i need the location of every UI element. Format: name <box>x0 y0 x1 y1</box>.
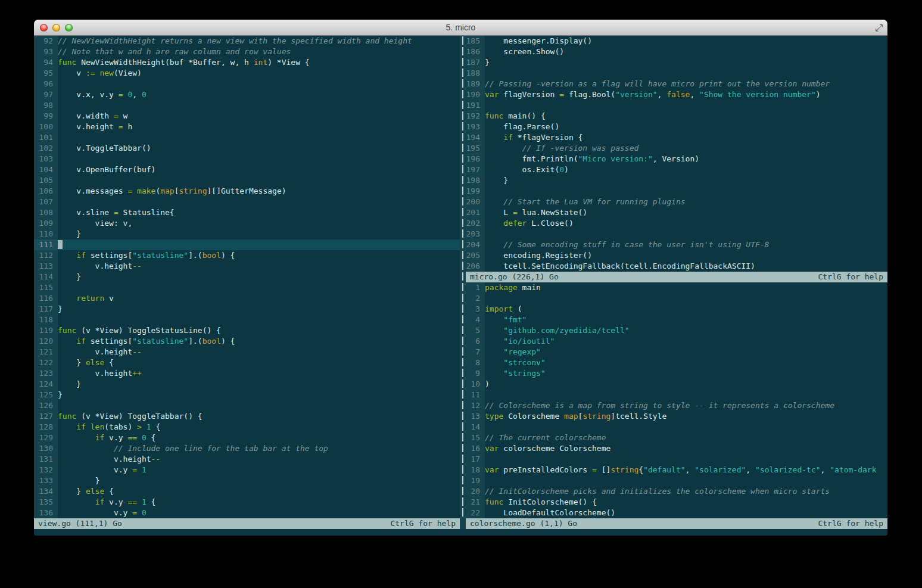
code-line[interactable]: 126 <box>34 400 460 411</box>
code-line[interactable]: 135 if v.y == 1 { <box>34 497 460 508</box>
code-line[interactable]: 128 if len(tabs) > 1 { <box>34 422 460 433</box>
code-line[interactable]: 185 messenger.Display() <box>466 36 887 46</box>
code-line[interactable]: 97 v.x, v.y = 0, 0 <box>34 89 460 100</box>
code-line[interactable]: 190var flagVersion = flag.Bool("version"… <box>466 89 887 100</box>
code-line[interactable]: 20// InitColorscheme picks and initializ… <box>466 486 887 497</box>
code-line[interactable]: 196 fmt.Println("Micro version:", Versio… <box>466 154 887 164</box>
code-line[interactable]: 202 defer L.Close() <box>466 218 887 229</box>
code-line[interactable]: 133 } <box>34 475 460 486</box>
code-line[interactable]: 114 } <box>34 272 460 282</box>
code-line[interactable]: 101 <box>34 132 460 143</box>
code-line[interactable]: 99 v.width = w <box>34 111 460 122</box>
code-line[interactable]: 16var colorscheme Colorscheme <box>466 443 887 454</box>
code-line[interactable]: 7 "regexp" <box>466 347 887 357</box>
code-line[interactable]: 17 <box>466 454 887 465</box>
code-text <box>58 315 460 325</box>
code-line[interactable]: 187} <box>466 57 887 68</box>
code-line[interactable]: 121 v.height-- <box>34 347 460 357</box>
code-line[interactable]: 193 flag.Parse() <box>466 122 887 132</box>
code-line[interactable]: 113 v.height-- <box>34 261 460 272</box>
code-line[interactable]: 112 if settings["statusline"].(bool) { <box>34 250 460 261</box>
line-number: 8 <box>466 357 485 368</box>
code-line[interactable]: 119func (v *View) ToggleStatusLine() { <box>34 325 460 336</box>
code-line[interactable]: 13type Colorscheme map[string]tcell.Styl… <box>466 411 887 422</box>
code-line[interactable]: 186 screen.Show() <box>466 46 887 57</box>
line-number: 130 <box>34 443 58 454</box>
code-line[interactable]: 4 "fmt" <box>466 315 887 325</box>
code-line[interactable]: 108 v.sline = Statusline{ <box>34 207 460 218</box>
code-line[interactable]: 21func InitColorscheme() { <box>466 497 887 508</box>
code-line[interactable]: 200 // Start the Lua VM for running plug… <box>466 197 887 207</box>
code-text: } <box>485 175 887 186</box>
code-line[interactable]: 5 "github.com/zyedidia/tcell" <box>466 325 887 336</box>
code-line[interactable]: 122 } else { <box>34 357 460 368</box>
code-line[interactable]: 98 <box>34 100 460 111</box>
code-line[interactable]: 125} <box>34 390 460 400</box>
code-line[interactable]: 12// Colorscheme is a map from string to… <box>466 400 887 411</box>
code-line[interactable]: 18var preInstalledColors = []string{"def… <box>466 465 887 475</box>
code-line[interactable]: 1package main <box>466 282 887 293</box>
code-line[interactable]: 124 } <box>34 379 460 390</box>
code-line[interactable]: 131 v.height-- <box>34 454 460 465</box>
code-line[interactable]: 100 v.height = h <box>34 122 460 132</box>
code-text: fmt.Println("Micro version:", Version) <box>485 154 887 164</box>
code-line[interactable]: 199 <box>466 186 887 197</box>
code-line[interactable]: 105 <box>34 175 460 186</box>
code-line[interactable]: 205 encoding.Register() <box>466 250 887 261</box>
code-line[interactable]: 206 tcell.SetEncodingFallback(tcell.Enco… <box>466 261 887 272</box>
code-line[interactable]: 111 <box>34 239 460 250</box>
code-line[interactable]: 6 "io/ioutil" <box>466 336 887 347</box>
code-line[interactable]: 8 "strconv" <box>466 357 887 368</box>
code-line[interactable]: 10) <box>466 379 887 390</box>
code-line[interactable]: 188 <box>466 68 887 79</box>
code-line[interactable]: 123 v.height++ <box>34 368 460 379</box>
code-line[interactable]: 127func (v *View) ToggleTabbar() { <box>34 411 460 422</box>
code-line[interactable]: 2 <box>466 293 887 304</box>
code-line[interactable]: 103 <box>34 154 460 164</box>
line-number: 202 <box>466 218 485 229</box>
code-line[interactable]: 189// Passing -version as a flag will ha… <box>466 79 887 89</box>
code-line[interactable]: 22 LoadDefaultColorscheme() <box>466 508 887 518</box>
code-line[interactable]: 3import ( <box>466 304 887 315</box>
code-line[interactable]: 191 <box>466 100 887 111</box>
code-line[interactable]: 201 L = lua.NewState() <box>466 207 887 218</box>
code-line[interactable]: 192func main() { <box>466 111 887 122</box>
code-line[interactable]: 194 if *flagVersion { <box>466 132 887 143</box>
code-line[interactable]: 203 <box>466 229 887 239</box>
code-text <box>485 390 887 400</box>
code-line[interactable]: 197 os.Exit(0) <box>466 164 887 175</box>
code-line[interactable]: 120 if settings["statusline"].(bool) { <box>34 336 460 347</box>
code-line[interactable]: 118 <box>34 315 460 325</box>
code-line[interactable]: 204 // Some encoding stuff in case the u… <box>466 239 887 250</box>
code-line[interactable]: 195 // If -version was passed <box>466 143 887 154</box>
code-line[interactable]: 15// The current colorscheme <box>466 433 887 443</box>
code-line[interactable]: 110 } <box>34 229 460 239</box>
code-line[interactable]: 93// Note that w and h are raw column an… <box>34 46 460 57</box>
code-line[interactable]: 14 <box>466 422 887 433</box>
code-line[interactable]: 92// NewViewWidthHeight returns a new vi… <box>34 36 460 46</box>
line-number: 101 <box>34 132 58 143</box>
code-line[interactable]: 95 v := new(View) <box>34 68 460 79</box>
code-line[interactable]: 106 v.messages = make(map[string][]Gutte… <box>34 186 460 197</box>
code-line[interactable]: 198 } <box>466 175 887 186</box>
code-line[interactable]: 132 v.y = 1 <box>34 465 460 475</box>
code-line[interactable]: 9 "strings" <box>466 368 887 379</box>
code-line[interactable]: 109 view: v, <box>34 218 460 229</box>
code-line[interactable]: 134 } else { <box>34 486 460 497</box>
code-line[interactable]: 136 v.y = 0 <box>34 508 460 518</box>
code-line[interactable]: 117} <box>34 304 460 315</box>
code-line[interactable]: 107 <box>34 197 460 207</box>
code-line[interactable]: 104 v.OpenBuffer(buf) <box>34 164 460 175</box>
code-line[interactable]: 116 return v <box>34 293 460 304</box>
code-text: view: v, <box>58 218 460 229</box>
code-line[interactable]: 129 if v.y == 0 { <box>34 433 460 443</box>
statusbar-help-hint: CtrlG for help <box>818 272 883 282</box>
fullscreen-icon[interactable]: ⤢ <box>875 20 883 36</box>
code-line[interactable]: 11 <box>466 390 887 400</box>
code-line[interactable]: 130 // Include one line for the tab bar … <box>34 443 460 454</box>
code-line[interactable]: 102 v.ToggleTabbar() <box>34 143 460 154</box>
code-line[interactable]: 96 <box>34 79 460 89</box>
code-line[interactable]: 115 <box>34 282 460 293</box>
code-line[interactable]: 19 <box>466 475 887 486</box>
code-line[interactable]: 94func NewViewWidthHeight(buf *Buffer, w… <box>34 57 460 68</box>
